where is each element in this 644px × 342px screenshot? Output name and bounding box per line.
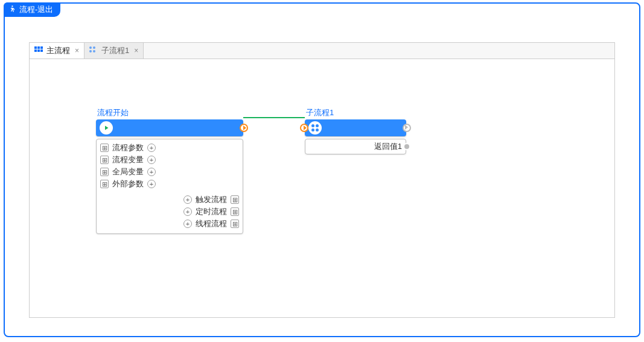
canvas[interactable]: 流程开始 ⊞ 流程参数 + ⊞ 流程变量 + — [30, 59, 614, 317]
add-icon[interactable]: + — [147, 168, 156, 176]
row-label: 外部参数 — [112, 179, 144, 189]
row-external-params[interactable]: ⊞ 外部参数 + — [100, 178, 239, 190]
workflow-panel: 流程-退出 主流程 × 子流程1 × 流程 — [4, 2, 640, 337]
editor-area: 主流程 × 子流程1 × 流程开始 — [29, 42, 615, 318]
input-port[interactable] — [300, 124, 308, 132]
add-icon[interactable]: + — [147, 144, 156, 152]
expand-icon[interactable]: ⊞ — [100, 156, 109, 164]
four-dots-icon — [89, 46, 98, 55]
right-rows: + 触发流程 ⊞ + 定时流程 ⊞ + 线程流程 ⊞ — [100, 194, 239, 230]
close-icon[interactable]: × — [134, 46, 138, 55]
add-icon[interactable]: + — [147, 156, 156, 164]
tab-main-flow[interactable]: 主流程 × — [30, 43, 84, 59]
row-label: 定时流程 — [196, 206, 227, 217]
tab-label: 主流程 — [46, 45, 70, 56]
walk-icon — [8, 5, 17, 15]
row-flow-params[interactable]: ⊞ 流程参数 + — [100, 142, 239, 154]
add-icon[interactable]: + — [183, 220, 192, 228]
node-body: 返回值1 — [305, 139, 406, 154]
row-trigger-flow[interactable]: + 触发流程 ⊞ — [100, 194, 239, 206]
output-port[interactable] — [403, 124, 411, 132]
expand-icon[interactable]: ⊞ — [100, 144, 109, 152]
node-title: 流程开始 — [96, 107, 243, 118]
expand-icon[interactable]: ⊞ — [231, 195, 239, 204]
add-icon[interactable]: + — [183, 195, 192, 204]
row-timer-flow[interactable]: + 定时流程 ⊞ — [100, 206, 239, 218]
flow-tree-icon — [34, 46, 43, 55]
panel-title: 流程-退出 — [19, 4, 53, 15]
row-label: 触发流程 — [196, 194, 227, 205]
node-header[interactable] — [305, 119, 406, 136]
start-node[interactable]: 流程开始 ⊞ 流程参数 + ⊞ 流程变量 + — [96, 107, 243, 234]
tab-bar: 主流程 × 子流程1 × — [30, 43, 614, 59]
row-label: 流程参数 — [112, 142, 144, 153]
return-port[interactable] — [403, 143, 410, 150]
expand-icon[interactable]: ⊞ — [100, 180, 109, 188]
row-label: 流程变量 — [112, 154, 144, 165]
panel-title-tag: 流程-退出 — [4, 2, 60, 17]
tab-label: 子流程1 — [101, 45, 129, 56]
node-header[interactable] — [96, 119, 243, 136]
output-port[interactable] — [240, 124, 248, 132]
row-flow-vars[interactable]: ⊞ 流程变量 + — [100, 154, 239, 166]
node-title: 子流程1 — [305, 107, 406, 118]
row-label: 线程流程 — [196, 218, 227, 229]
expand-icon[interactable]: ⊞ — [231, 220, 239, 228]
four-dots-icon — [308, 121, 322, 135]
row-global-vars[interactable]: ⊞ 全局变量 + — [100, 166, 239, 178]
expand-icon[interactable]: ⊞ — [100, 168, 109, 176]
subflow-node[interactable]: 子流程1 返回值1 — [305, 107, 406, 154]
row-label: 全局变量 — [112, 166, 144, 177]
row-thread-flow[interactable]: + 线程流程 ⊞ — [100, 218, 239, 230]
row-label: 返回值1 — [374, 141, 402, 152]
add-icon[interactable]: + — [183, 207, 192, 216]
tab-sub-flow-1[interactable]: 子流程1 × — [84, 43, 144, 59]
connection-edge[interactable] — [243, 117, 305, 118]
play-icon — [100, 121, 113, 135]
add-icon[interactable]: + — [147, 180, 156, 188]
expand-icon[interactable]: ⊞ — [231, 207, 239, 216]
close-icon[interactable]: × — [75, 46, 79, 55]
row-return-value[interactable]: 返回值1 — [305, 139, 406, 154]
node-body: ⊞ 流程参数 + ⊞ 流程变量 + ⊞ 全局变量 + — [96, 139, 243, 234]
